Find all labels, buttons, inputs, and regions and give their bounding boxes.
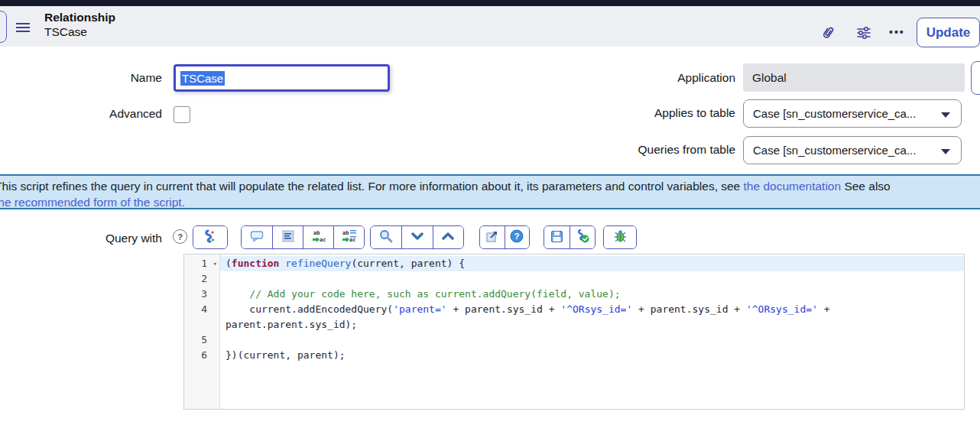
fold-caret-icon[interactable]: ▾ (213, 256, 217, 271)
code-line-text (220, 271, 964, 287)
replace-icon: ab ac (311, 229, 326, 245)
syntax-editor-button[interactable] (193, 226, 227, 248)
application-label: Application (535, 71, 735, 85)
banner-line-2: the recommended form of the script. (0, 194, 980, 209)
help-circle-icon: ? (510, 229, 524, 245)
toolbar-group-edit: ab ac ab ac (241, 225, 365, 249)
toolbar-group-save (544, 225, 595, 249)
recommended-form-link[interactable]: the recommended form of the script. (0, 196, 185, 209)
query-with-label: Query with (0, 232, 162, 245)
toolbar-group-syntax (193, 225, 228, 249)
chevron-down-icon (941, 149, 950, 154)
toggle-comment-button[interactable] (242, 226, 272, 248)
debug-button[interactable] (604, 226, 636, 248)
line-number: 2 (184, 271, 220, 287)
svg-text:ac: ac (349, 237, 355, 243)
save-button[interactable] (544, 226, 570, 248)
banner-line-1: This script refines the query in current… (0, 178, 980, 194)
form-context-menu-icon[interactable] (15, 21, 31, 33)
syntax-check-button[interactable] (570, 226, 595, 248)
syntax-check-icon (576, 229, 589, 245)
settings-sliders-icon[interactable] (855, 24, 872, 41)
page-title: Relationship TSCase (44, 10, 115, 39)
applies-to-table-label: Applies to table (535, 106, 735, 120)
code-line[interactable]: 6})(current, parent); (184, 348, 964, 363)
field-help-icon[interactable]: ? (173, 229, 187, 244)
application-field: Global (743, 63, 965, 92)
search-icon (379, 229, 393, 245)
line-number: 3 (184, 287, 220, 302)
queries-from-table-label: Queries from table (535, 143, 735, 157)
format-code-button[interactable] (272, 226, 303, 248)
advanced-checkbox[interactable] (174, 106, 190, 123)
replace-all-icon: ab ac (342, 229, 357, 245)
queries-from-table-select[interactable]: Case [sn_customerservice_ca... (743, 136, 962, 164)
format-code-icon (281, 229, 295, 245)
debug-bug-icon (613, 229, 628, 245)
script-info-banner: This script refines the query in current… (0, 174, 980, 209)
svg-text:?: ? (514, 232, 520, 241)
more-options-icon[interactable]: ••• (889, 26, 905, 38)
back-button-partial[interactable] (0, 11, 7, 43)
code-line-text: })(current, parent); (220, 348, 964, 363)
documentation-link[interactable]: the documentation (744, 180, 842, 193)
code-line-text: (function refineQuery(current, parent) { (220, 256, 964, 271)
name-label: Name (0, 71, 162, 85)
form-header: Relationship TSCase ••• Update (0, 6, 980, 47)
toolbar-group-debug (603, 225, 637, 249)
code-line-text: current.addEncodedQuery('parent=' + pare… (220, 302, 964, 332)
attachment-icon[interactable] (819, 24, 836, 41)
chevron-up-icon (442, 232, 454, 243)
advanced-label: Advanced (0, 107, 162, 121)
code-line-text: // Add your code here, such as current.a… (220, 287, 964, 302)
code-line[interactable]: 5 (184, 332, 964, 348)
update-button[interactable]: Update (917, 18, 980, 47)
script-editor[interactable]: 1▾(function refineQuery(current, parent)… (183, 254, 965, 410)
line-number: 6 (184, 348, 220, 363)
code-line-text (220, 332, 964, 348)
replace-button[interactable]: ab ac (303, 226, 333, 248)
comment-icon (250, 229, 264, 245)
code-line[interactable]: 2 (184, 271, 964, 287)
open-in-new-window-button[interactable] (480, 226, 505, 248)
chevron-down-icon (941, 112, 950, 118)
applies-to-table-value: Case [sn_customerservice_ca... (753, 107, 916, 120)
popout-icon (485, 230, 498, 245)
svg-text:ac: ac (320, 237, 326, 243)
line-number: 4 (184, 302, 220, 332)
applies-to-table-select[interactable]: Case [sn_customerservice_ca... (743, 99, 962, 128)
save-icon (550, 230, 563, 245)
code-line[interactable]: 3 // Add your code here, such as current… (184, 287, 964, 302)
toolbar-group-window: ? (479, 225, 530, 249)
toolbar-group-search (370, 225, 464, 249)
name-input-selected-text: TSCase (180, 71, 225, 86)
name-input[interactable]: TSCase (174, 64, 390, 92)
code-line[interactable]: 4 current.addEncodedQuery('parent=' + pa… (184, 302, 964, 332)
line-number: 5 (184, 332, 220, 348)
replace-all-button[interactable]: ab ac (333, 226, 364, 248)
help-button[interactable]: ? (505, 226, 529, 248)
chevron-down-icon (411, 232, 423, 243)
top-bar (0, 0, 980, 6)
svg-text:ab: ab (342, 230, 349, 236)
syntax-editor-icon (203, 229, 217, 245)
find-next-button[interactable] (401, 226, 432, 248)
editor-empty-area[interactable] (184, 363, 964, 409)
page-title-type: Relationship (44, 10, 115, 24)
find-previous-button[interactable] (433, 226, 463, 248)
search-button[interactable] (371, 226, 401, 248)
svg-text:ab: ab (313, 230, 320, 236)
application-menu-button-partial[interactable] (971, 61, 980, 95)
line-number: 1▾ (184, 256, 220, 271)
code-line[interactable]: 1▾(function refineQuery(current, parent)… (184, 256, 964, 271)
queries-from-table-value: Case [sn_customerservice_ca... (753, 144, 916, 157)
page-title-record: TSCase (44, 24, 115, 39)
